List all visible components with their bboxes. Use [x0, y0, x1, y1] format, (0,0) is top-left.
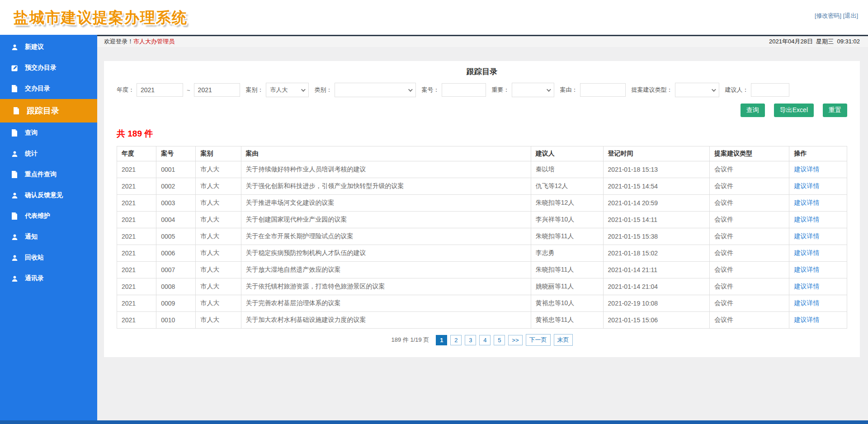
cell-year: 2021	[117, 195, 156, 212]
suggestion-detail-link[interactable]: 建议详情	[794, 232, 819, 240]
chevron-down-icon	[547, 87, 551, 92]
sidebar-item-4-menu[interactable]: 查询	[0, 122, 97, 143]
cell-case-type: 市人大	[196, 195, 241, 212]
export-excel-button[interactable]: 导出Excel	[774, 104, 814, 117]
cell-proposal-type: 会议件	[710, 278, 789, 295]
table-row: 2021 0010 市人大 关于加大农村水利基础设施建设力度的议案 黄裕忠等11…	[117, 312, 847, 329]
last-page-button[interactable]: 末页	[554, 334, 573, 346]
sidebar-item-6-menu[interactable]: 重点件查询	[0, 164, 97, 185]
cell-action: 建议详情	[789, 312, 847, 329]
cell-year: 2021	[117, 212, 156, 228]
cell-case-type: 市人大	[196, 295, 241, 312]
table-row: 2021 0005 市人大 关于在全市开展长期护理险试点的议案 朱晓扣等11人 …	[117, 228, 847, 245]
page-button-5[interactable]: 5	[494, 335, 505, 345]
total-count: 共 189 件	[117, 128, 847, 140]
proposal-type-select[interactable]	[675, 83, 719, 97]
cell-case-reason: 关于推进串场河文化建设的议案	[241, 195, 531, 212]
jump-forward-button[interactable]: >>	[508, 335, 522, 345]
welcome-text: 欢迎登录！市人大办管理员	[104, 38, 175, 46]
col-year: 年度	[117, 146, 156, 161]
year-from-input[interactable]	[137, 83, 183, 97]
search-button[interactable]: 查询	[741, 104, 765, 117]
user-icon	[11, 151, 18, 157]
user-icon	[11, 254, 18, 261]
cell-year: 2021	[117, 295, 156, 312]
cell-register-time: 2021-01-14 20:59	[603, 195, 710, 212]
case-reason-input[interactable]	[580, 83, 626, 97]
main-area: 欢迎登录！市人大办管理员 2021年04月28日 星期三 09:31:02 跟踪…	[97, 35, 868, 424]
footer-strip	[0, 420, 868, 424]
table-header-row: 年度 案号 案别 案由 建议人 登记时间 提案建议类型 操作	[117, 146, 847, 161]
sidebar-menu: 新建议 预交办目录 交办目录 跟踪目录 查询 统计 重点件查询	[0, 35, 97, 424]
cell-case-type: 市人大	[196, 262, 241, 278]
pagination: 189 件 1/19 页 1 2 3 4 5 >> 下一页 末页	[117, 334, 847, 346]
sidebar-item-2-menu[interactable]: 交办目录	[0, 78, 97, 99]
sidebar-item-10-menu[interactable]: 回收站	[0, 247, 97, 268]
user-icon	[11, 192, 18, 199]
file-icon	[11, 171, 18, 178]
cell-year: 2021	[117, 245, 156, 262]
suggestion-detail-link[interactable]: 建议详情	[794, 165, 819, 173]
file-icon	[11, 212, 18, 220]
sidebar-item-0-menu[interactable]: 新建议	[0, 37, 97, 57]
page-button-2[interactable]: 2	[450, 335, 462, 345]
cell-year: 2021	[117, 262, 156, 278]
sidebar-item-9-menu[interactable]: 通知	[0, 226, 97, 247]
change-password-link[interactable]: [修改密码]	[815, 12, 841, 19]
page-buttons: 1 2 3 4 5	[436, 335, 505, 345]
sidebar-item-7-menu[interactable]: 确认反馈意见	[0, 185, 97, 206]
logout-link[interactable]: [退出]	[843, 12, 858, 19]
suggestion-detail-link[interactable]: 建议详情	[794, 216, 819, 223]
cell-case-reason: 关于强化创新和科技进步，引领产业加快转型升级的议案	[241, 178, 531, 195]
cell-proposal-type: 会议件	[710, 295, 789, 312]
page-button-4[interactable]: 4	[479, 335, 491, 345]
category-select[interactable]	[335, 83, 416, 97]
important-select[interactable]	[512, 83, 554, 97]
col-register-time: 登记时间	[603, 146, 710, 161]
page-button-1[interactable]: 1	[436, 335, 447, 345]
cell-proposer: 仇飞等12人	[531, 178, 603, 195]
pagination-summary: 189 件 1/19 页	[391, 336, 429, 344]
cell-case-no: 0002	[156, 178, 196, 195]
page-button-3[interactable]: 3	[465, 335, 476, 345]
suggestion-detail-link[interactable]: 建议详情	[794, 283, 819, 290]
cell-case-reason: 关于在全市开展长期护理险试点的议案	[241, 228, 531, 245]
cell-case-no: 0005	[156, 228, 196, 245]
year-to-input[interactable]	[194, 83, 240, 97]
next-page-button[interactable]: 下一页	[526, 334, 551, 346]
cell-register-time: 2021-01-14 21:04	[603, 278, 710, 295]
suggestion-detail-link[interactable]: 建议详情	[794, 199, 819, 206]
welcome-bar: 欢迎登录！市人大办管理员 2021年04月28日 星期三 09:31:02	[97, 35, 868, 47]
reset-button[interactable]: 重置	[823, 104, 847, 117]
cell-year: 2021	[117, 161, 156, 178]
sidebar-item-8-menu[interactable]: 代表维护	[0, 206, 97, 226]
cell-year: 2021	[117, 278, 156, 295]
table-row: 2021 0002 市人大 关于强化创新和科技进步，引领产业加快转型升级的议案 …	[117, 178, 847, 195]
cell-action: 建议详情	[789, 195, 847, 212]
app-header: 盐城市建议提案办理系统 [修改密码] [退出]	[0, 0, 868, 35]
suggestion-detail-link[interactable]: 建议详情	[794, 299, 819, 306]
cell-action: 建议详情	[789, 262, 847, 278]
user-icon	[11, 234, 18, 240]
suggestion-detail-link[interactable]: 建议详情	[794, 249, 819, 256]
case-no-input[interactable]	[442, 83, 486, 97]
col-case-type: 案别	[196, 146, 241, 161]
sidebar-item-3-active[interactable]: 跟踪目录	[0, 99, 97, 122]
suggestion-detail-link[interactable]: 建议详情	[794, 182, 819, 189]
cell-register-time: 2021-01-15 14:54	[603, 178, 710, 195]
cell-proposal-type: 会议件	[710, 212, 789, 228]
results-table: 年度 案号 案别 案由 建议人 登记时间 提案建议类型 操作 2021	[117, 146, 847, 329]
table-row: 2021 0001 市人大 关于持续做好特种作业人员培训考核的建议 秦以培 20…	[117, 161, 847, 178]
sidebar-item-5-menu[interactable]: 统计	[0, 143, 97, 164]
case-type-select[interactable]: 市人大	[266, 83, 309, 97]
suggestion-detail-link[interactable]: 建议详情	[794, 266, 819, 273]
table-row: 2021 0004 市人大 关于创建国家现代种业产业园的议案 李兴祥等10人 2…	[117, 212, 847, 228]
cell-action: 建议详情	[789, 245, 847, 262]
sidebar-item-11-menu[interactable]: 通讯录	[0, 268, 97, 289]
proposer-input[interactable]	[751, 83, 789, 97]
tracking-directory-panel: 跟踪目录 年度： ~ 案别： 市人大 类别：	[104, 61, 860, 357]
cell-proposal-type: 会议件	[710, 195, 789, 212]
sidebar-item-1-menu[interactable]: 预交办目录	[0, 57, 97, 78]
suggestion-detail-link[interactable]: 建议详情	[794, 316, 819, 323]
cell-case-type: 市人大	[196, 228, 241, 245]
